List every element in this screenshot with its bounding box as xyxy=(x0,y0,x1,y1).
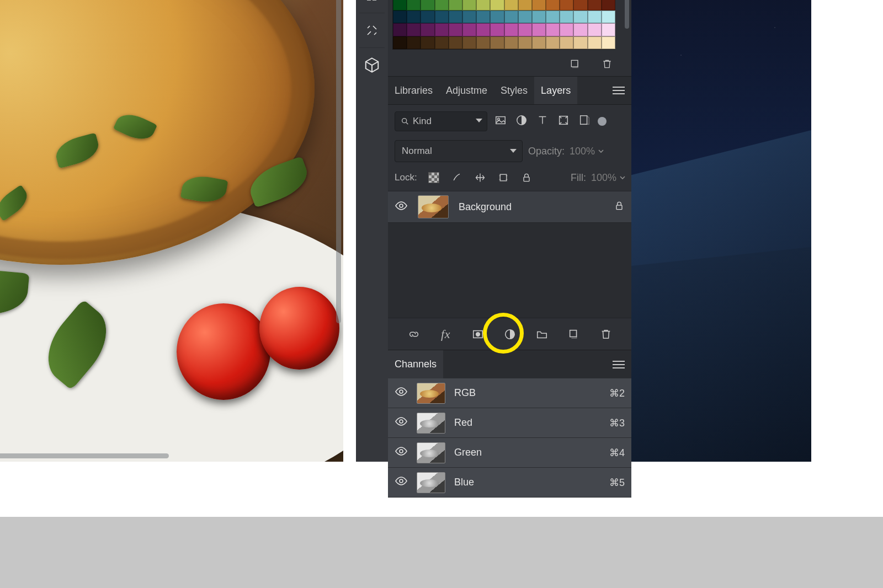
delete-layer-icon[interactable] xyxy=(598,327,614,342)
swatch-cell[interactable] xyxy=(421,10,434,24)
swatch-cell[interactable] xyxy=(602,0,615,10)
lock-artboard-icon[interactable] xyxy=(497,171,510,184)
swatch-cell[interactable] xyxy=(532,23,546,36)
swatch-cell[interactable] xyxy=(573,36,587,50)
filter-type-icon[interactable] xyxy=(535,114,550,129)
new-adjustment-layer-icon[interactable] xyxy=(502,327,518,342)
channel-thumbnail[interactable] xyxy=(417,442,445,463)
channel-row[interactable]: Blue⌘5 xyxy=(388,468,631,498)
swatch-cell[interactable] xyxy=(602,10,615,24)
swatch-cell[interactable] xyxy=(602,23,615,36)
canvas-scrollbar-horizontal[interactable] xyxy=(0,453,169,458)
swatch-cell[interactable] xyxy=(573,0,587,10)
channel-thumbnail[interactable] xyxy=(417,383,445,404)
channel-row[interactable]: Red⌘3 xyxy=(388,408,631,438)
swatch-cell[interactable] xyxy=(504,36,518,50)
swatches-scrollbar[interactable] xyxy=(625,0,629,29)
add-mask-icon[interactable] xyxy=(470,327,486,342)
tab-layers[interactable]: Layers xyxy=(534,77,577,104)
swatch-cell[interactable] xyxy=(546,36,560,50)
swatch-cell[interactable] xyxy=(532,10,546,24)
tab-channels[interactable]: Channels xyxy=(388,350,443,378)
swatch-cell[interactable] xyxy=(490,10,504,24)
swatch-cell[interactable] xyxy=(449,0,462,10)
swatch-cell[interactable] xyxy=(546,0,560,10)
swatch-cell[interactable] xyxy=(476,0,490,10)
layer-name[interactable]: Background xyxy=(459,201,604,213)
swatch-cell[interactable] xyxy=(407,0,421,10)
swatch-cell[interactable] xyxy=(476,36,490,50)
swatch-cell[interactable] xyxy=(490,0,504,10)
swatch-cell[interactable] xyxy=(518,10,532,24)
lock-image-pixels-icon[interactable] xyxy=(450,171,464,184)
swatch-cell[interactable] xyxy=(504,23,518,36)
swatch-grid[interactable] xyxy=(392,0,615,50)
delete-swatch-button[interactable] xyxy=(600,57,614,71)
swatch-cell[interactable] xyxy=(560,0,573,10)
filter-kind-select[interactable]: Kind xyxy=(395,111,487,131)
layer-row[interactable]: Background xyxy=(388,191,631,223)
swatch-cell[interactable] xyxy=(476,23,490,36)
new-layer-icon[interactable] xyxy=(566,327,582,342)
tab-libraries[interactable]: Libraries xyxy=(388,77,439,104)
swatch-cell[interactable] xyxy=(462,23,476,36)
swatch-cell[interactable] xyxy=(462,0,476,10)
swatch-cell[interactable] xyxy=(490,36,504,50)
swatch-cell[interactable] xyxy=(393,23,407,36)
new-swatch-button[interactable] xyxy=(568,57,582,71)
swatch-cell[interactable] xyxy=(573,23,587,36)
swatch-cell[interactable] xyxy=(421,0,434,10)
swatch-cell[interactable] xyxy=(421,36,434,50)
swatch-cell[interactable] xyxy=(573,10,587,24)
swatch-cell[interactable] xyxy=(462,36,476,50)
swatch-cell[interactable] xyxy=(449,36,462,50)
swatch-cell[interactable] xyxy=(518,36,532,50)
swatch-cell[interactable] xyxy=(449,10,462,24)
swatch-cell[interactable] xyxy=(560,36,573,50)
swatch-cell[interactable] xyxy=(435,10,449,24)
swatch-cell[interactable] xyxy=(504,0,518,10)
swatch-cell[interactable] xyxy=(546,23,560,36)
swatch-cell[interactable] xyxy=(588,10,602,24)
document-canvas[interactable] xyxy=(0,0,343,462)
swatch-cell[interactable] xyxy=(407,10,421,24)
swatch-cell[interactable] xyxy=(588,36,602,50)
channel-visibility-toggle[interactable] xyxy=(395,445,408,461)
blend-mode-select[interactable]: Normal xyxy=(395,140,523,162)
swatch-cell[interactable] xyxy=(518,23,532,36)
swatch-cell[interactable] xyxy=(421,23,434,36)
swatch-cell[interactable] xyxy=(490,23,504,36)
filter-toggle[interactable] xyxy=(598,117,613,126)
swatch-cell[interactable] xyxy=(449,23,462,36)
swatch-cell[interactable] xyxy=(407,23,421,36)
tab-styles[interactable]: Styles xyxy=(494,77,534,104)
panel-menu-button[interactable] xyxy=(613,87,631,94)
swatch-cell[interactable] xyxy=(588,0,602,10)
filter-adjustment-icon[interactable] xyxy=(514,114,529,129)
swatch-cell[interactable] xyxy=(393,0,407,10)
brush-settings-icon[interactable] xyxy=(360,0,384,7)
canvas-scrollbar-vertical[interactable] xyxy=(336,0,341,323)
channel-visibility-toggle[interactable] xyxy=(395,415,408,431)
filter-pixel-icon[interactable] xyxy=(493,114,508,129)
swatch-cell[interactable] xyxy=(518,0,532,10)
opacity-control[interactable]: Opacity: 100% xyxy=(528,146,604,157)
layer-style-fx-icon[interactable]: fx xyxy=(438,327,454,342)
channel-thumbnail[interactable] xyxy=(417,413,445,434)
layer-visibility-toggle[interactable] xyxy=(395,199,408,215)
filter-smartobject-icon[interactable] xyxy=(577,114,592,129)
layer-lock-indicator[interactable] xyxy=(614,200,625,214)
link-layers-icon[interactable] xyxy=(406,327,422,342)
swatch-cell[interactable] xyxy=(504,10,518,24)
lock-position-icon[interactable] xyxy=(474,171,487,184)
3d-icon[interactable] xyxy=(360,54,384,77)
clone-source-icon[interactable] xyxy=(360,19,384,42)
layer-thumbnail[interactable] xyxy=(418,195,449,218)
swatch-cell[interactable] xyxy=(588,23,602,36)
swatch-cell[interactable] xyxy=(532,0,546,10)
tab-adjustme[interactable]: Adjustme xyxy=(439,77,494,104)
swatch-cell[interactable] xyxy=(462,10,476,24)
filter-shape-icon[interactable] xyxy=(556,114,571,129)
swatch-cell[interactable] xyxy=(602,36,615,50)
swatch-cell[interactable] xyxy=(393,36,407,50)
